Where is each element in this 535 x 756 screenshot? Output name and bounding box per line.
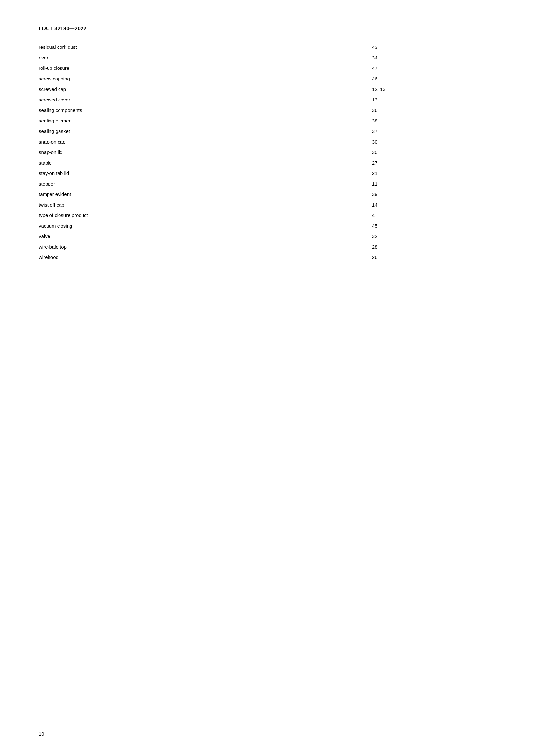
page-num-cell: 37 <box>359 126 496 137</box>
page-num-cell: 28 <box>359 242 496 253</box>
page-num-cell: 30 <box>359 147 496 158</box>
page-num-cell: 27 <box>359 158 496 168</box>
page-num-cell: 26 <box>359 252 496 263</box>
page-num-cell: 46 <box>359 74 496 84</box>
table-row: river34 <box>39 53 496 63</box>
term-cell: staple <box>39 158 359 168</box>
page-num-cell: 4 <box>359 210 496 221</box>
page-num-cell: 43 <box>359 42 496 53</box>
table-row: staple27 <box>39 158 496 168</box>
term-cell: sealing element <box>39 116 359 126</box>
term-cell: stay-on tab lid <box>39 168 359 179</box>
document-title: ГОСТ 32180—2022 <box>39 26 496 32</box>
term-cell: type of closure product <box>39 210 359 221</box>
page-num-cell: 32 <box>359 231 496 242</box>
table-row: screw capping46 <box>39 74 496 84</box>
page-num-cell: 13 <box>359 95 496 105</box>
table-row: wirehood26 <box>39 252 496 263</box>
page-num-cell: 34 <box>359 53 496 63</box>
term-cell: twist off cap <box>39 200 359 210</box>
term-cell: stopper <box>39 179 359 189</box>
term-cell: residual cork dust <box>39 42 359 53</box>
table-row: sealing gasket37 <box>39 126 496 137</box>
page-num-cell: 45 <box>359 221 496 231</box>
table-row: residual cork dust43 <box>39 42 496 53</box>
page-num-cell: 12, 13 <box>359 84 496 95</box>
table-row: roll-up closure47 <box>39 63 496 74</box>
index-table: residual cork dust43river34roll-up closu… <box>39 42 496 263</box>
table-row: snap-on lid30 <box>39 147 496 158</box>
page-num-cell: 11 <box>359 179 496 189</box>
table-row: valve32 <box>39 231 496 242</box>
table-row: tamper evident39 <box>39 189 496 200</box>
table-row: vacuum closing45 <box>39 221 496 231</box>
page: ГОСТ 32180—2022 residual cork dust43rive… <box>0 0 535 756</box>
term-cell: tamper evident <box>39 189 359 200</box>
page-num-cell: 36 <box>359 105 496 116</box>
table-row: type of closure product4 <box>39 210 496 221</box>
term-cell: wirehood <box>39 252 359 263</box>
page-number: 10 <box>39 731 44 737</box>
table-row: wire-bale top28 <box>39 242 496 253</box>
term-cell: river <box>39 53 359 63</box>
term-cell: snap-on lid <box>39 147 359 158</box>
term-cell: screwed cap <box>39 84 359 95</box>
page-num-cell: 47 <box>359 63 496 74</box>
page-num-cell: 21 <box>359 168 496 179</box>
table-row: sealing element38 <box>39 116 496 126</box>
page-num-cell: 39 <box>359 189 496 200</box>
page-num-cell: 38 <box>359 116 496 126</box>
term-cell: valve <box>39 231 359 242</box>
table-row: snap-on cap30 <box>39 137 496 148</box>
table-row: sealing components36 <box>39 105 496 116</box>
term-cell: screwed cover <box>39 95 359 105</box>
term-cell: snap-on cap <box>39 137 359 148</box>
term-cell: screw capping <box>39 74 359 84</box>
table-row: stopper11 <box>39 179 496 189</box>
table-row: screwed cover13 <box>39 95 496 105</box>
term-cell: sealing gasket <box>39 126 359 137</box>
page-num-cell: 30 <box>359 137 496 148</box>
page-num-cell: 14 <box>359 200 496 210</box>
term-cell: wire-bale top <box>39 242 359 253</box>
table-row: screwed cap12, 13 <box>39 84 496 95</box>
term-cell: roll-up closure <box>39 63 359 74</box>
table-row: twist off cap14 <box>39 200 496 210</box>
table-row: stay-on tab lid21 <box>39 168 496 179</box>
term-cell: vacuum closing <box>39 221 359 231</box>
term-cell: sealing components <box>39 105 359 116</box>
